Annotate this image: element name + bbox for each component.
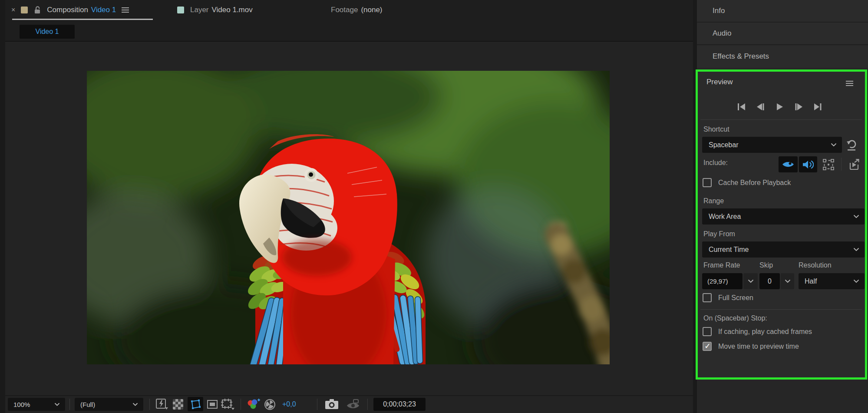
previous-frame-button[interactable] — [752, 100, 768, 113]
cache-before-playback-row: Cache Before Playback — [703, 178, 791, 187]
next-frame-button[interactable] — [791, 100, 806, 113]
shortcut-value: Spacebar — [709, 141, 739, 149]
include-video-toggle[interactable] — [779, 156, 798, 172]
play-from-value: Current Time — [709, 246, 749, 254]
chevron-down-icon — [853, 215, 859, 218]
toolbar-separator — [69, 399, 70, 410]
channel-settings-icon[interactable] — [246, 398, 261, 410]
frame-rate-value-box[interactable]: (29,97) — [702, 273, 743, 289]
snapshot-icon[interactable] — [324, 398, 340, 410]
if-caching-row: If caching, play cached frames — [703, 327, 812, 336]
resolution-value: (Full) — [80, 401, 95, 408]
tab-footage[interactable]: Footage (none) — [331, 0, 383, 20]
grid-guides-options-icon[interactable] — [221, 398, 235, 411]
move-time-checkbox[interactable] — [703, 342, 712, 351]
cache-before-playback-label: Cache Before Playback — [718, 179, 791, 187]
transparency-grid-icon[interactable] — [173, 399, 183, 410]
overlays-icon — [823, 159, 834, 170]
show-snapshot-icon[interactable] — [345, 398, 362, 410]
tab-composition[interactable]: × Composition Video 1 — [6, 0, 133, 20]
include-separator — [841, 158, 842, 171]
cache-before-playback-checkbox[interactable] — [703, 178, 712, 187]
include-audio-toggle[interactable] — [799, 156, 817, 172]
tab-footage-panel-label: Footage — [331, 6, 358, 14]
tab-footage-doc-label: (none) — [361, 6, 382, 14]
skip-value-box[interactable]: 0 — [759, 273, 780, 289]
composition-viewer-image[interactable] — [87, 71, 610, 364]
chevron-down-icon — [831, 143, 837, 147]
skip-value: 0 — [768, 278, 772, 285]
frame-rate-label: Frame Rate — [703, 261, 740, 269]
exposure-value[interactable]: +0,0 — [282, 400, 296, 408]
toolbar-separator — [241, 399, 241, 410]
mask-visibility-icon[interactable] — [188, 397, 203, 411]
preview-panel-title: Preview — [706, 78, 733, 86]
play-export-icon[interactable] — [845, 156, 864, 172]
panel-tab-effects-presets[interactable]: Effects & Presets — [697, 45, 868, 68]
range-value: Work Area — [709, 213, 741, 221]
toolbar-separator — [367, 399, 368, 410]
tab-layer-doc-label: Video 1.mov — [212, 6, 253, 14]
exposure-icon[interactable] — [263, 398, 276, 410]
panel-tab-label: Effects & Presets — [713, 52, 769, 61]
flowchart-tab-video-1[interactable]: Video 1 — [20, 25, 75, 39]
reset-button[interactable] — [845, 137, 858, 151]
eye-icon — [782, 160, 794, 169]
panel-menu-icon[interactable] — [846, 79, 853, 87]
chevron-down-icon — [853, 248, 859, 251]
range-select[interactable]: Work Area — [702, 208, 865, 225]
shortcut-select[interactable]: Spacebar — [702, 137, 842, 153]
tab-composition-panel-label: Composition — [47, 6, 88, 14]
speaker-icon — [802, 160, 814, 169]
toolbar-separator — [149, 399, 150, 410]
play-from-select[interactable]: Current Time — [702, 241, 865, 258]
panel-tab-label: Audio — [713, 29, 731, 38]
tab-menu-icon[interactable] — [122, 6, 129, 14]
resolution-select[interactable]: (Full) — [75, 398, 143, 411]
section-divider — [700, 309, 862, 310]
move-time-label: Move time to preview time — [718, 343, 799, 350]
range-label: Range — [703, 197, 724, 205]
panel-tab-audio[interactable]: Audio — [697, 23, 868, 44]
section-divider — [700, 119, 862, 120]
lock-icon[interactable] — [33, 6, 41, 14]
move-time-row: Move time to preview time — [703, 342, 799, 351]
region-of-interest-icon[interactable] — [206, 399, 219, 410]
resolution-label: Resolution — [799, 261, 832, 269]
magnification-select[interactable]: 100% — [8, 398, 65, 411]
tab-layer[interactable]: Layer Video 1.mov — [177, 0, 253, 20]
full-screen-label: Full Screen — [718, 294, 753, 302]
play-from-label: Play From — [703, 230, 735, 238]
preview-resolution-select[interactable]: Half — [799, 273, 865, 289]
frame-rate-dropdown-button[interactable] — [743, 273, 758, 289]
if-caching-checkbox[interactable] — [703, 327, 712, 336]
include-overlays-toggle[interactable] — [819, 156, 838, 172]
skip-label: Skip — [759, 261, 773, 269]
active-tab-underline — [12, 19, 153, 20]
full-screen-checkbox[interactable] — [703, 293, 712, 302]
current-time-display[interactable]: 0;00;03;23 — [373, 398, 426, 411]
panel-tab-strip: × Composition Video 1 Layer Video 1.mov … — [5, 0, 693, 41]
panel-tab-label: Info — [713, 7, 725, 15]
fast-preview-icon[interactable] — [155, 398, 169, 411]
shortcut-label: Shortcut — [703, 126, 729, 133]
panel-tab-info[interactable]: Info — [697, 0, 868, 22]
include-label: Include: — [703, 159, 728, 167]
preview-panel-highlight: Preview Shortcut Spacebar — [696, 69, 867, 380]
magnification-value: 100% — [13, 401, 30, 408]
last-frame-button[interactable] — [810, 100, 825, 113]
tab-composition-doc-label: Video 1 — [91, 6, 116, 14]
play-button[interactable] — [772, 100, 787, 113]
flowchart-tab-label: Video 1 — [36, 28, 59, 36]
full-screen-row: Full Screen — [703, 293, 753, 302]
left-edge-strip — [0, 0, 5, 413]
timecode-value: 0;00;03;23 — [383, 400, 416, 408]
after-effects-window: × Composition Video 1 Layer Video 1.mov … — [0, 0, 868, 413]
composition-color-swatch — [21, 7, 28, 13]
toolbar-separator — [317, 399, 317, 410]
skip-dropdown-button[interactable] — [781, 273, 794, 289]
chevron-down-icon — [748, 279, 754, 283]
first-frame-button[interactable] — [733, 100, 749, 113]
close-icon[interactable]: × — [11, 6, 15, 14]
chevron-down-icon — [132, 403, 138, 406]
